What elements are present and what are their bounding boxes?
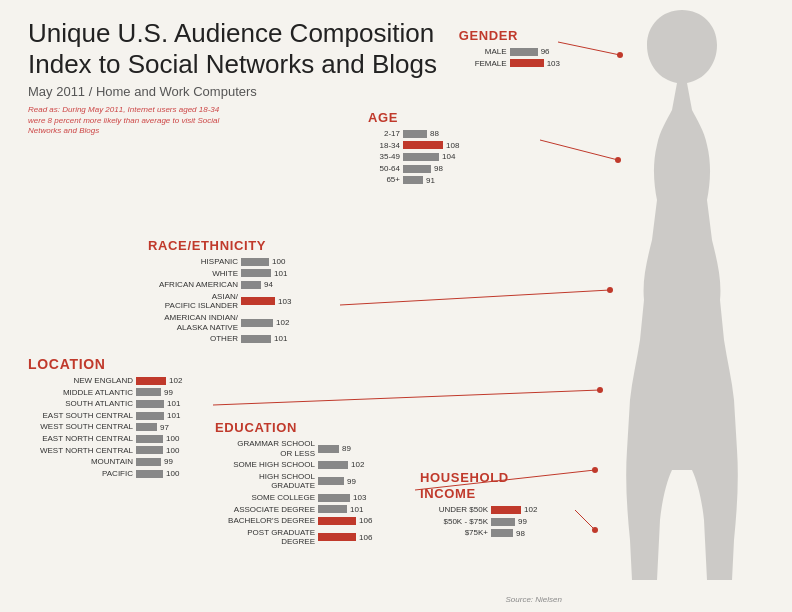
loc-southatlantic-label: SOUTH ATLANTIC (28, 399, 133, 409)
race-row-white: WHITE 101 (148, 269, 291, 279)
race-asian-bar (241, 297, 275, 305)
gender-section: GENDER MALE 96 FEMALE 103 (459, 28, 560, 70)
age-3549-bar (403, 153, 439, 161)
location-row-westsouth: WEST SOUTH CENTRAL 97 (28, 422, 182, 432)
loc-eastsouth-label: EAST SOUTH CENTRAL (28, 411, 133, 421)
loc-pacific-value: 100 (166, 469, 179, 478)
race-other-bar (241, 335, 271, 343)
gender-label: GENDER (459, 28, 560, 43)
income-row-50-75: $50K - $75K 99 (420, 517, 537, 527)
edu-row-somecollege: SOME COLLEGE 103 (215, 493, 372, 503)
loc-westsouth-label: WEST SOUTH CENTRAL (28, 422, 133, 432)
age-217-bar (403, 130, 427, 138)
race-african-label: AFRICAN AMERICAN (148, 280, 238, 290)
location-section: LOCATION NEW ENGLAND 102 MIDDLE ATLANTIC… (28, 356, 182, 480)
age-label: AGE (368, 110, 459, 125)
edu-row-somehigh: SOME HIGH SCHOOL 102 (215, 460, 372, 470)
race-white-label: WHITE (148, 269, 238, 279)
edu-associate-label: ASSOCIATE DEGREE (215, 505, 315, 515)
edu-somehigh-label: SOME HIGH SCHOOL (215, 460, 315, 470)
income-row-75plus: $75K+ 98 (420, 528, 537, 538)
age-row-1834: 18-34 108 (368, 141, 459, 151)
race-other-value: 101 (274, 334, 287, 343)
race-row-asian: ASIAN/PACIFIC ISLANDER 103 (148, 292, 291, 311)
location-row-eastsouth: EAST SOUTH CENTRAL 101 (28, 411, 182, 421)
loc-midatlantic-label: MIDDLE ATLANTIC (28, 388, 133, 398)
edu-associate-value: 101 (350, 505, 363, 514)
location-row-newengland: NEW ENGLAND 102 (28, 376, 182, 386)
age-row-217: 2-17 88 (368, 129, 459, 139)
edu-row-grammar: GRAMMAR SCHOOLOR LESS 89 (215, 439, 372, 458)
edu-somecollege-value: 103 (353, 493, 366, 502)
location-row-midatlantic: MIDDLE ATLANTIC 99 (28, 388, 182, 398)
income-50-75-value: 99 (518, 517, 527, 526)
age-row-5064: 50-64 98 (368, 164, 459, 174)
age-65plus-value: 91 (426, 176, 435, 185)
gender-female-bar-track: 103 (510, 59, 560, 68)
svg-line-4 (340, 290, 610, 305)
education-section: EDUCATION GRAMMAR SCHOOLOR LESS 89 SOME … (215, 420, 372, 549)
age-217-label: 2-17 (368, 129, 400, 139)
age-3549-label: 35-49 (368, 152, 400, 162)
age-65plus-bar (403, 176, 423, 184)
race-section: RACE/ETHNICITY HISPANIC 100 WHITE 101 AF… (148, 238, 291, 346)
age-row-3549: 35-49 104 (368, 152, 459, 162)
edu-somehigh-bar (318, 461, 348, 469)
age-1834-label: 18-34 (368, 141, 400, 151)
age-5064-bar (403, 165, 431, 173)
gender-row-female: FEMALE 103 (459, 59, 560, 69)
age-217-value: 88 (430, 129, 439, 138)
location-row-eastnorth: EAST NORTH CENTRAL 100 (28, 434, 182, 444)
loc-southatlantic-bar (136, 400, 164, 408)
race-asian-label: ASIAN/PACIFIC ISLANDER (148, 292, 238, 311)
loc-westsouth-bar (136, 423, 157, 431)
edu-somehigh-value: 102 (351, 460, 364, 469)
gender-female-bar (510, 59, 544, 67)
race-white-value: 101 (274, 269, 287, 278)
edu-grammar-bar (318, 445, 339, 453)
age-3549-value: 104 (442, 152, 455, 161)
race-label: RACE/ETHNICITY (148, 238, 291, 253)
loc-westnorth-value: 100 (166, 446, 179, 455)
loc-westnorth-label: WEST NORTH CENTRAL (28, 446, 133, 456)
age-5064-value: 98 (434, 164, 443, 173)
location-label: LOCATION (28, 356, 182, 372)
gender-male-label: MALE (459, 47, 507, 57)
income-50-75-label: $50K - $75K (420, 517, 488, 527)
income-75plus-bar (491, 529, 513, 537)
income-section: HOUSEHOLDINCOME UNDER $50K 102 $50K - $7… (420, 470, 537, 540)
subtitle: May 2011 / Home and Work Computers (28, 84, 437, 99)
race-native-bar (241, 319, 273, 327)
age-1834-bar (403, 141, 443, 149)
edu-postgrad-value: 106 (359, 533, 372, 542)
income-under50-bar (491, 506, 521, 514)
source-text: Source: Nielsen (506, 595, 562, 604)
gender-male-bar-track: 96 (510, 47, 550, 56)
race-row-other: OTHER 101 (148, 334, 291, 344)
income-under50-value: 102 (524, 505, 537, 514)
location-row-pacific: PACIFIC 100 (28, 469, 182, 479)
loc-pacific-bar (136, 470, 163, 478)
gender-male-value: 96 (541, 47, 550, 56)
race-row-native: AMERICAN INDIAN/ALASKA NATIVE 102 (148, 313, 291, 332)
gender-female-label: FEMALE (459, 59, 507, 69)
race-hispanic-bar (241, 258, 269, 266)
edu-highgrad-bar (318, 477, 344, 485)
edu-bachelor-value: 106 (359, 516, 372, 525)
edu-row-associate: ASSOCIATE DEGREE 101 (215, 505, 372, 515)
location-row-westnorth: WEST NORTH CENTRAL 100 (28, 446, 182, 456)
race-asian-value: 103 (278, 297, 291, 306)
income-75plus-label: $75K+ (420, 528, 488, 538)
loc-westnorth-bar (136, 446, 163, 454)
edu-postgrad-bar (318, 533, 356, 541)
loc-mountain-label: MOUNTAIN (28, 457, 133, 467)
race-row-african: AFRICAN AMERICAN 94 (148, 280, 291, 290)
edu-row-highgrad: HIGH SCHOOL GRADUATE 99 (215, 472, 372, 491)
loc-midatlantic-bar (136, 388, 161, 396)
race-native-label: AMERICAN INDIAN/ALASKA NATIVE (148, 313, 238, 332)
edu-somecollege-label: SOME COLLEGE (215, 493, 315, 503)
loc-mountain-bar (136, 458, 161, 466)
race-african-value: 94 (264, 280, 273, 289)
edu-row-postgrad: POST GRADUATE DEGREE 106 (215, 528, 372, 547)
race-african-bar (241, 281, 261, 289)
